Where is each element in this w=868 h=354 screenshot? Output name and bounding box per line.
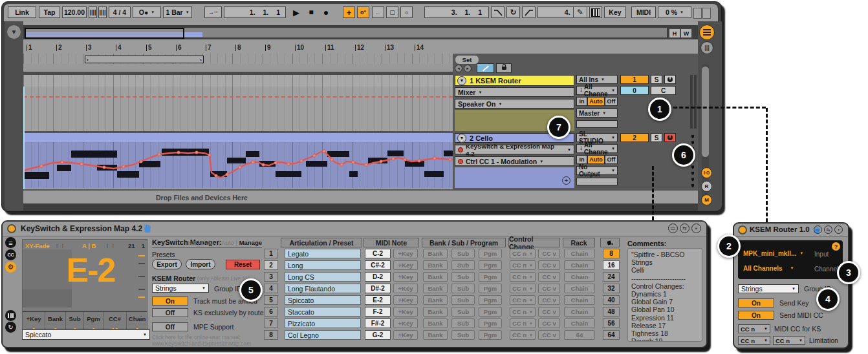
loop-brace[interactable]: › ‹	[85, 56, 204, 63]
bank-button[interactable]: Bank	[423, 260, 448, 270]
track2-input-dropdown[interactable]: SL STUDIO▼	[576, 133, 618, 142]
device-on-icon[interactable]	[7, 224, 16, 233]
channel-dropdown[interactable]: All Channels▼	[743, 264, 808, 273]
track1-send-value[interactable]: 0	[620, 86, 649, 95]
send-midi-cc-toggle[interactable]: On	[738, 311, 774, 320]
monitor-off[interactable]: Off	[605, 155, 618, 164]
link-follow-icon[interactable]	[477, 63, 494, 73]
hamburger-menu-icon[interactable]	[699, 25, 715, 40]
overview-toggle-icon[interactable]: ▼	[7, 25, 21, 39]
monitor-in[interactable]: In	[576, 97, 587, 106]
scrollbar-thumb[interactable]	[702, 67, 709, 157]
lock-icon[interactable]	[496, 63, 512, 73]
pgm-button[interactable]: Pgm	[479, 260, 502, 270]
tempo-field[interactable]: 120.00	[62, 6, 87, 18]
tab-ks[interactable]: KS	[188, 239, 196, 246]
track2-slot1-dropdown[interactable]: KeySwitch & Expression Map 4.2▼	[455, 145, 574, 154]
add-key-button[interactable]: +Key	[393, 249, 418, 258]
articulation-field[interactable]: Legato	[285, 249, 361, 258]
add-key-button[interactable]: +Key	[393, 260, 418, 270]
track2-activator[interactable]: 2	[620, 133, 649, 142]
track2-slot2-dropdown[interactable]: Ctrl CC 1 - Modulation▼	[455, 156, 574, 166]
set-button[interactable]: Set	[455, 55, 479, 65]
midi-overdub-button[interactable]: o°	[357, 6, 369, 18]
track1-monitor-switch[interactable]: In Auto Off	[576, 97, 618, 106]
color-value[interactable]: 56	[603, 318, 620, 328]
bank-button[interactable]: Bank	[423, 284, 448, 293]
tap-button[interactable]: Tap	[39, 6, 60, 18]
list-view-icon[interactable]: ≡	[5, 237, 16, 248]
add-key-button[interactable]: +Key	[393, 330, 418, 340]
cpu-meter[interactable]: 0 %▼	[658, 6, 691, 18]
link-button[interactable]: Link	[8, 6, 36, 18]
track-header-ksem-router[interactable]: ▼ 1 KSEM Router	[455, 75, 574, 86]
track2-arm-button[interactable]	[664, 133, 676, 142]
pgm-button[interactable]: Pgm	[479, 330, 502, 340]
save-icon[interactable]: ▪	[691, 224, 701, 233]
record-button[interactable]: ●	[319, 6, 333, 19]
cc-number-dropdown[interactable]: CC n▼	[510, 284, 536, 293]
chain-button[interactable]: Chain	[564, 272, 595, 282]
color-value[interactable]: 32	[603, 284, 620, 293]
sub-button[interactable]: Sub	[451, 260, 475, 270]
overview-viewport[interactable]	[25, 28, 184, 39]
track1-solo-button[interactable]: S	[651, 75, 662, 84]
track1-crossfade-box[interactable]	[576, 120, 618, 128]
articulation-field[interactable]: Spiccato	[285, 295, 361, 305]
row-number[interactable]: 2	[264, 260, 278, 270]
cc-value-button[interactable]: CC v	[538, 295, 560, 305]
track2-output-dropdown[interactable]: No Output▼	[576, 166, 618, 175]
save-icon[interactable]: ▪	[834, 225, 843, 234]
midi-note-field[interactable]: G-2	[365, 330, 391, 340]
map-mode-icon[interactable]: ▭	[668, 224, 678, 233]
track2-solo-button[interactable]: S	[651, 133, 662, 142]
scrollbar-track[interactable]	[702, 64, 709, 200]
tab-manage[interactable]: Manage	[239, 239, 262, 246]
track1-slot2-dropdown[interactable]: Speaker On▼	[455, 99, 574, 109]
bank-button[interactable]: Bank	[423, 272, 448, 282]
device-on-icon[interactable]	[738, 225, 747, 234]
sub-button[interactable]: Sub	[451, 318, 475, 328]
add-automation-lane-icon[interactable]: +	[562, 176, 570, 185]
track2-monitor-switch[interactable]: In Auto Off	[576, 155, 618, 164]
fold-track-icon[interactable]: ▼	[457, 76, 466, 85]
track1-output-dropdown[interactable]: Master▼	[576, 109, 618, 118]
prev-marker-icon[interactable]: ◂	[455, 65, 462, 72]
cc-number-dropdown[interactable]: CC n▼	[510, 330, 536, 340]
fit-height-button[interactable]: H	[669, 28, 680, 38]
midi-cc-ks-dropdown[interactable]: CC n▼	[738, 324, 770, 333]
articulation-field[interactable]: Col Legno	[285, 330, 361, 340]
monitor-off[interactable]: Off	[605, 97, 618, 106]
io-section-button[interactable]: I·O	[701, 167, 712, 178]
punch-in-icon[interactable]	[491, 6, 505, 18]
row-number[interactable]: 8	[264, 330, 278, 340]
sub-button[interactable]: Sub	[451, 249, 475, 258]
metronome-level-icon[interactable]: ||||	[98, 6, 107, 18]
cc-number-dropdown[interactable]: CC n▼	[510, 260, 536, 270]
punch-out-icon[interactable]	[522, 6, 536, 18]
tab-delay[interactable]: Delay	[201, 239, 217, 246]
midi-note-field[interactable]: F-2	[365, 307, 391, 317]
pgm-button[interactable]: Pgm	[479, 307, 502, 317]
pgm-button[interactable]: Pgm	[479, 249, 502, 258]
monitor-auto[interactable]: Auto	[587, 97, 605, 106]
capture-back-arrow-icon[interactable]: ←	[372, 6, 384, 18]
loop-start-field[interactable]: 3. 1. 1	[424, 6, 489, 18]
chain-button[interactable]: Chain	[564, 295, 595, 305]
sub-button[interactable]: Sub	[451, 272, 475, 282]
chain-button[interactable]: Chain	[564, 307, 595, 317]
monitor-in[interactable]: In	[576, 155, 587, 164]
midi-note-field[interactable]: D-2	[365, 272, 391, 282]
comments-box[interactable]: "Spitfire - BBCSO Strings Celli --------…	[627, 248, 702, 342]
pgm-button[interactable]: Pgm	[479, 272, 502, 282]
pgm-button[interactable]: Pgm	[479, 318, 502, 328]
track1-activator[interactable]: 1	[620, 75, 649, 84]
articulation-field[interactable]: Long	[285, 260, 361, 270]
input-dropdown[interactable]: MPK_mini_mkII...▼	[743, 249, 808, 258]
add-key-button[interactable]: +Key	[393, 307, 418, 317]
session-record-icon[interactable]: ▢	[386, 6, 398, 18]
midi-note-field[interactable]: E-2	[365, 295, 391, 305]
bank-button[interactable]: Bank	[423, 330, 448, 340]
cc-value-button[interactable]: CC v	[538, 307, 560, 317]
add-key-button[interactable]: +Key	[393, 318, 418, 328]
